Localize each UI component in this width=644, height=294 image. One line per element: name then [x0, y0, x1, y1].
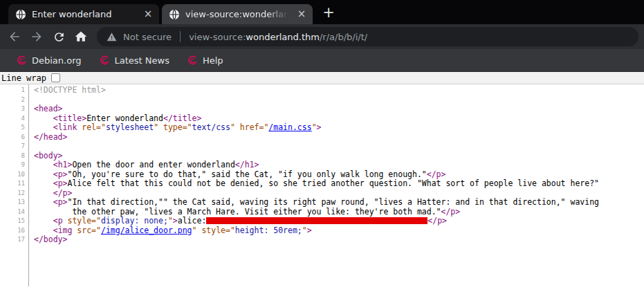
source-link[interactable]: /img/alice_door.png	[101, 226, 192, 235]
source-line: </p>	[34, 189, 644, 199]
source-line: the other paw, "lives a March Hare. Visi…	[34, 208, 644, 217]
source-text: <p>	[53, 169, 68, 179]
back-button[interactable]	[4, 26, 25, 47]
line-number: 15	[0, 217, 28, 226]
source-text: height: 50rem;	[235, 226, 302, 235]
url-host: wonderland.thm	[246, 32, 320, 42]
source-text: <!DOCTYPE html>	[34, 85, 106, 95]
address-bar[interactable]: Not secure view-source:wonderland.thm/r/…	[97, 27, 638, 46]
source-text: the other paw, "lives a March Hare. Visi…	[34, 207, 441, 217]
navigation-toolbar: Not secure view-source:wonderland.thm/r/…	[0, 24, 644, 49]
bookmarks-bar: Debian.org Latest News Help	[0, 49, 644, 71]
source-text	[34, 169, 53, 179]
source-line: <!DOCTYPE html>	[34, 86, 644, 95]
url-scheme: view-source:	[189, 32, 246, 42]
source-text: Enter wonderland	[86, 113, 163, 123]
forward-button[interactable]	[26, 26, 47, 47]
source-text: "In that direction,"" the Cat said, wavi…	[67, 197, 599, 207]
url-text: view-source:wonderland.thm/r/a/b/b/i/t/	[189, 32, 367, 42]
bookmark-debian-org[interactable]: Debian.org	[10, 53, 89, 68]
line-wrap-label: Line wrap	[1, 73, 46, 83]
source-text: style="	[67, 216, 100, 226]
source-text: stylesheet	[106, 122, 154, 132]
source-text	[34, 178, 53, 188]
bookmark-label: Help	[203, 55, 223, 66]
close-icon[interactable]: ×	[142, 9, 154, 19]
source-text: </body>	[34, 235, 67, 244]
line-number: 4	[0, 114, 28, 124]
source-line	[34, 142, 644, 151]
bookmark-help[interactable]: Help	[181, 53, 230, 68]
gutter: 1234567891011121314151617	[0, 84, 29, 286]
source-text: </p>	[53, 188, 73, 198]
home-icon	[74, 30, 88, 44]
tab-title: view-source:wonderland.t	[185, 9, 291, 19]
url-path: /r/a/b/b/i/t/	[320, 32, 367, 42]
tab-view-source[interactable]: view-source:wonderland.t ×	[162, 4, 313, 24]
line-number: 7	[0, 142, 28, 151]
reload-button[interactable]	[48, 26, 69, 47]
forward-arrow-icon	[30, 30, 44, 44]
source-text: src="	[77, 226, 101, 235]
source-text: "	[154, 122, 163, 132]
line-number: 1	[0, 86, 28, 95]
tab-strip: Enter wonderland × view-source:wonderlan…	[0, 0, 644, 24]
source-line	[34, 95, 644, 105]
bookmark-label: Debian.org	[32, 55, 82, 66]
source-text	[34, 160, 53, 169]
source-line: <body>	[34, 151, 644, 161]
line-number: 10	[0, 170, 28, 180]
line-number: 8	[0, 151, 28, 161]
source-text: </p>	[427, 169, 446, 179]
source-text: <img	[53, 226, 77, 235]
source-text: <head>	[34, 104, 63, 113]
line-number: 3	[0, 104, 28, 114]
source-text: <p>	[53, 197, 68, 207]
source-text: href="	[240, 122, 269, 132]
bookmark-latest-news[interactable]: Latest News	[93, 53, 176, 68]
source-text	[34, 113, 53, 123]
source-text	[34, 188, 53, 198]
line-number: 14	[0, 208, 28, 217]
source-text: <link	[53, 122, 82, 132]
source-text: rel="	[82, 122, 106, 132]
source-line: <p style="display: none;">alice:</p>	[34, 217, 644, 226]
source-line: <h1>Open the door and enter wonderland</…	[34, 160, 644, 170]
source-line: <p>"Oh, you're sure to do that," said th…	[34, 170, 644, 180]
line-number: 5	[0, 123, 28, 133]
browser-window: Enter wonderland × view-source:wonderlan…	[0, 0, 644, 294]
source-text: <p	[53, 216, 68, 226]
source-text: "	[192, 226, 202, 235]
source-viewer: 1234567891011121314151617 <!DOCTYPE html…	[0, 84, 644, 286]
debian-swirl-icon	[100, 55, 110, 66]
source-line: <title>Enter wonderland</title>	[34, 114, 644, 124]
view-source-header: Line wrap	[0, 71, 644, 84]
url-separator	[180, 31, 181, 42]
line-number: 12	[0, 189, 28, 199]
source-text	[34, 226, 53, 235]
source-text: </p>	[427, 216, 447, 226]
reload-icon	[53, 30, 66, 44]
close-icon[interactable]: ×	[296, 9, 307, 19]
source-text: </p>	[441, 207, 461, 217]
source-text: "	[168, 216, 173, 226]
line-wrap-checkbox[interactable]	[51, 73, 60, 82]
line-number: 16	[0, 226, 28, 236]
source-link[interactable]: /main.css	[268, 122, 311, 132]
source-text	[34, 216, 53, 226]
tab-enter-wonderland[interactable]: Enter wonderland ×	[8, 4, 159, 24]
new-tab-button[interactable]: +	[320, 3, 338, 21]
source-text: Open the door and enter wonderland	[72, 160, 234, 169]
bookmark-label: Latest News	[115, 55, 169, 66]
source-text: type="	[163, 122, 192, 132]
source-text: >	[173, 216, 178, 226]
code-lines: <!DOCTYPE html> <head> <title>Enter wond…	[29, 84, 644, 245]
home-button[interactable]	[71, 26, 91, 47]
source-text: >	[317, 122, 322, 132]
security-label: Not secure	[123, 32, 172, 42]
source-text: <p>	[53, 178, 68, 188]
globe-icon	[169, 9, 180, 20]
debian-swirl-icon	[17, 55, 27, 66]
source-text: Alice felt that this could not be denied…	[67, 178, 599, 188]
source-text: text/css	[192, 122, 230, 132]
